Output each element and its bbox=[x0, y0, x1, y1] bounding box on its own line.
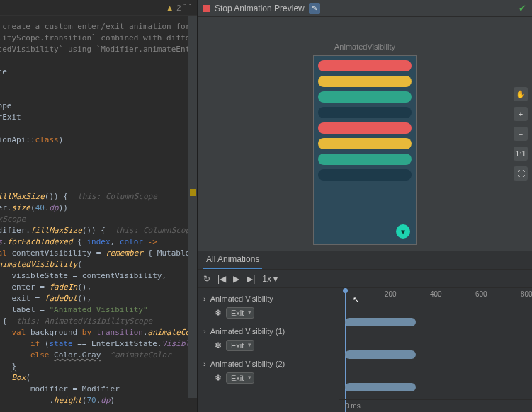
track-row: 331ms bbox=[339, 335, 532, 367]
freeze-icon[interactable]: ❄ bbox=[215, 308, 222, 318]
code-editor-pane: ▲ 2 ˆ ˇ o create a custom enter/exit ani… bbox=[0, 0, 197, 412]
ruler-tick: 400 bbox=[430, 290, 442, 298]
chevron-right-icon[interactable]: › bbox=[203, 327, 206, 336]
chevron-up-icon[interactable]: ˆ bbox=[183, 4, 186, 11]
freeze-icon[interactable]: ❄ bbox=[215, 341, 222, 350]
stop-icon[interactable] bbox=[203, 5, 210, 12]
zoom-reset-button[interactable]: 1:1 bbox=[514, 147, 528, 161]
state-dropdown[interactable]: Exit bbox=[226, 307, 254, 319]
track-bar[interactable] bbox=[345, 318, 416, 326]
ruler-tick: 200 bbox=[385, 290, 397, 298]
timeline-tracks: 331ms 331ms 331ms bbox=[339, 302, 532, 400]
state-dropdown[interactable]: Exit bbox=[226, 372, 254, 384]
preview-pane: Stop Animation Preview ✎ ✔ AnimatedVisib… bbox=[197, 0, 532, 412]
step-forward-button[interactable]: ▶| bbox=[247, 274, 255, 284]
ruler-tick: 600 bbox=[475, 290, 487, 298]
chevron-right-icon[interactable]: › bbox=[203, 360, 206, 368]
play-button[interactable]: ▶ bbox=[233, 274, 239, 284]
preview-bar bbox=[318, 107, 412, 118]
track-row: 331ms bbox=[339, 302, 532, 335]
animation-list: › Animated Visibility ❄ Exit › Animated … bbox=[198, 288, 339, 412]
stop-animation-label[interactable]: Stop Animation Preview bbox=[215, 4, 305, 13]
timeline-ruler[interactable]: 200 400 600 800 bbox=[339, 288, 532, 302]
zoom-in-button[interactable]: + bbox=[514, 107, 528, 121]
bottom-ruler: 0 ms bbox=[339, 399, 532, 412]
preview-bar bbox=[318, 154, 412, 165]
device-frame: ♥ bbox=[313, 55, 417, 245]
preview-component-title: AnimatedVisibility bbox=[334, 42, 395, 51]
preview-toolbar: Stop Animation Preview ✎ ✔ bbox=[198, 0, 532, 17]
state-dropdown[interactable]: Exit bbox=[226, 340, 254, 351]
editor-scrollbar[interactable] bbox=[188, 16, 197, 398]
fab-heart-icon[interactable]: ♥ bbox=[396, 224, 410, 239]
zoom-out-button[interactable]: − bbox=[514, 127, 528, 141]
design-mode-button[interactable]: ✎ bbox=[309, 3, 320, 14]
chevron-right-icon[interactable]: › bbox=[203, 294, 206, 303]
animation-item-name[interactable]: Animated Visibility (2) bbox=[210, 360, 285, 368]
chevron-down-icon[interactable]: ˇ bbox=[189, 4, 191, 11]
track-bar[interactable] bbox=[345, 350, 416, 359]
preview-bar bbox=[318, 138, 412, 149]
track-row: 331ms bbox=[339, 367, 532, 400]
preview-bar bbox=[318, 169, 412, 181]
editor-inspections-bar: ▲ 2 ˆ ˇ bbox=[0, 0, 197, 16]
preview-zoom-tools: ✋ + − 1:1 ⛶ bbox=[514, 87, 528, 181]
timeline[interactable]: 200 400 600 800 ↖ 331ms 331ms bbox=[339, 288, 532, 412]
scrollbar-marker[interactable] bbox=[190, 189, 196, 196]
code-area[interactable]: o create a custom enter/exit animation f… bbox=[0, 16, 197, 406]
preview-bar bbox=[318, 76, 412, 87]
ruler-tick: 800 bbox=[521, 290, 532, 298]
animation-item-name[interactable]: Animated Visibility bbox=[210, 294, 273, 303]
animation-controls: ↻ |◀ ▶ ▶| 1x ▾ bbox=[198, 270, 532, 288]
preview-bar bbox=[318, 91, 412, 103]
pan-tool-button[interactable]: ✋ bbox=[514, 87, 528, 101]
preview-bar bbox=[318, 122, 412, 134]
animation-tabs: All Animations bbox=[198, 251, 532, 270]
zoom-fit-button[interactable]: ⛶ bbox=[514, 166, 528, 181]
animation-item: › Animated Visibility ❄ Exit bbox=[203, 292, 334, 321]
preview-bar bbox=[318, 60, 412, 71]
tab-all-animations[interactable]: All Animations bbox=[203, 251, 262, 269]
restart-button[interactable]: ↻ bbox=[203, 274, 210, 284]
track-bar[interactable] bbox=[345, 383, 416, 391]
warning-icon: ▲ bbox=[166, 4, 174, 12]
step-back-button[interactable]: |◀ bbox=[217, 274, 226, 284]
time-zero-label: 0 ms bbox=[345, 402, 361, 410]
build-success-icon[interactable]: ✔ bbox=[519, 3, 526, 13]
animations-panel: All Animations ↻ |◀ ▶ ▶| 1x ▾ › Animated… bbox=[198, 251, 532, 412]
warning-count[interactable]: 2 bbox=[176, 4, 181, 12]
animation-item: › Animated Visibility (1) ❄ Exit bbox=[203, 325, 334, 353]
preview-surface[interactable]: AnimatedVisibility ♥ ✋ + − 1:1 ⛶ bbox=[198, 17, 532, 251]
animation-item: › Animated Visibility (2) ❄ Exit bbox=[203, 357, 334, 386]
freeze-icon[interactable]: ❄ bbox=[215, 373, 222, 383]
speed-dropdown[interactable]: 1x ▾ bbox=[262, 274, 278, 284]
animation-item-name[interactable]: Animated Visibility (1) bbox=[210, 327, 285, 336]
